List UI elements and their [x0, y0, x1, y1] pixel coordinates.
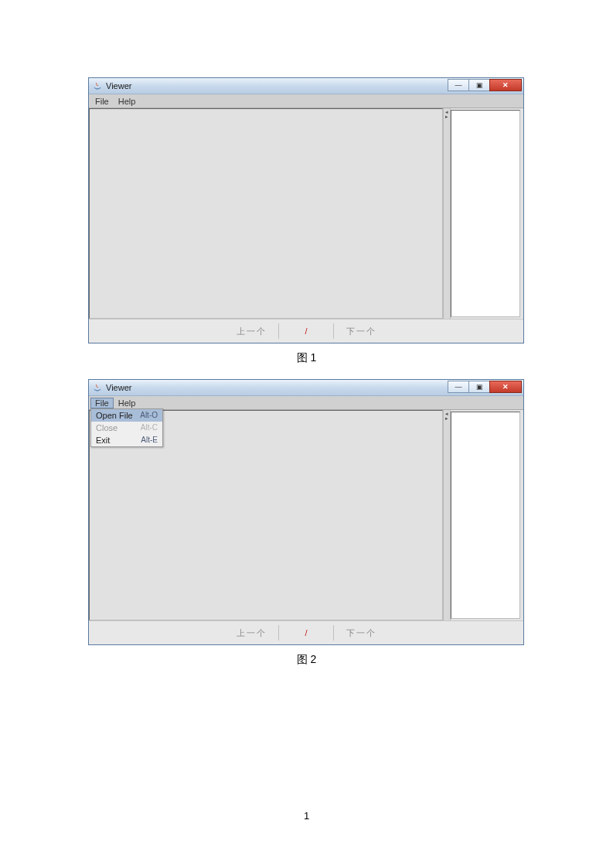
file-menu-dropdown: Open File Alt-O Close Alt-C Exit Alt-E — [90, 408, 163, 447]
bottom-bar: 上一个 / 下一个 — [89, 620, 523, 644]
menu-exit-accel: Alt-E — [141, 436, 158, 445]
page-counter: / — [278, 625, 333, 641]
menu-open-file-accel: Alt-O — [140, 411, 158, 420]
bottom-bar: 上一个 / 下一个 — [89, 319, 523, 343]
menu-open-file-label: Open File — [96, 411, 133, 420]
window-title: Viewer — [106, 383, 131, 392]
maximize-button[interactable]: ▣ — [468, 381, 490, 393]
window-controls: — ▣ ✕ — [448, 381, 522, 393]
menu-exit-label: Exit — [96, 436, 110, 445]
menu-close: Close Alt-C — [91, 422, 162, 434]
main-pane — [89, 108, 443, 319]
next-button[interactable]: 下一个 — [333, 625, 388, 641]
side-pane — [451, 110, 520, 317]
minimize-button[interactable]: — — [448, 381, 469, 393]
client-area: ◂ ▸ — [89, 108, 523, 319]
page-number: 1 — [0, 810, 613, 822]
figure-2: Viewer — ▣ ✕ File Help Open File Alt-O C… — [88, 379, 525, 667]
divider-right-icon: ▸ — [445, 416, 448, 421]
menu-exit[interactable]: Exit Alt-E — [91, 434, 162, 446]
figure-2-caption: 图 2 — [88, 653, 525, 667]
figure-1-caption: 图 1 — [88, 351, 525, 365]
close-button[interactable]: ✕ — [489, 79, 522, 91]
app-window-1: Viewer — ▣ ✕ File Help ◂ ▸ 上一个 — [88, 77, 524, 343]
menu-close-label: Close — [96, 423, 117, 432]
side-pane — [451, 412, 520, 619]
window-title: Viewer — [106, 81, 131, 91]
window-controls: — ▣ ✕ — [448, 79, 522, 91]
menu-help[interactable]: Help — [114, 398, 141, 408]
menu-open-file[interactable]: Open File Alt-O — [91, 409, 162, 422]
java-icon — [92, 382, 103, 393]
titlebar: Viewer — ▣ ✕ — [89, 380, 523, 396]
prev-button[interactable]: 上一个 — [224, 625, 278, 641]
menubar: File Help — [89, 94, 523, 108]
figure-1: Viewer — ▣ ✕ File Help ◂ ▸ 上一个 — [88, 77, 525, 365]
app-window-2: Viewer — ▣ ✕ File Help Open File Alt-O C… — [88, 379, 524, 645]
divider-right-icon: ▸ — [445, 114, 448, 119]
menu-file[interactable]: File — [90, 96, 114, 107]
minimize-button[interactable]: — — [448, 79, 469, 91]
next-button[interactable]: 下一个 — [333, 323, 388, 339]
split-divider[interactable]: ◂ ▸ — [443, 410, 451, 620]
menu-close-accel: Alt-C — [141, 423, 158, 432]
prev-button[interactable]: 上一个 — [224, 323, 278, 339]
menu-help[interactable]: Help — [114, 96, 141, 107]
split-divider[interactable]: ◂ ▸ — [443, 108, 451, 319]
close-button[interactable]: ✕ — [489, 381, 522, 393]
page-counter: / — [278, 323, 333, 339]
maximize-button[interactable]: ▣ — [468, 79, 490, 91]
java-icon — [92, 80, 103, 91]
menu-file[interactable]: File — [90, 398, 114, 408]
titlebar: Viewer — ▣ ✕ — [89, 78, 523, 94]
